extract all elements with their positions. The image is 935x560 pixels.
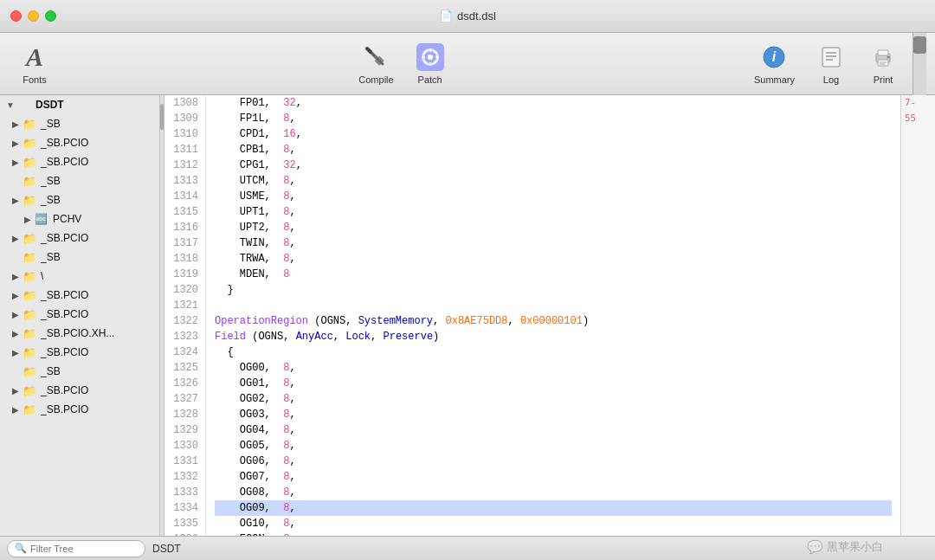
filter-tree-search[interactable]: 🔍 xyxy=(7,540,145,557)
log-icon xyxy=(817,43,845,71)
bottom-bar: 🔍 DSDT 💬 黑苹果小白 xyxy=(0,536,935,560)
title-bar: 📄 dsdt.dsl xyxy=(0,0,935,33)
maximize-button[interactable] xyxy=(45,10,56,22)
sidebar-item-sbpcio6[interactable]: ▶ 📁 _SB.PCIO xyxy=(0,343,159,362)
sidebar-label-pchv: PCHV xyxy=(53,213,81,225)
folder-icon-sbpcio1: 📁 xyxy=(23,137,38,150)
folder-icon-sbpcio2: 📁 xyxy=(23,156,38,169)
right-line-numbers: 7-5586 xyxy=(900,95,935,536)
svg-rect-5 xyxy=(429,48,431,52)
fonts-icon: A xyxy=(26,42,43,72)
sidebar-item-dsdt[interactable]: ▼ DSDT xyxy=(0,95,159,114)
expand-arrow-sbpcio6: ▶ xyxy=(9,348,23,357)
sidebar-label-sbpcio1: _SB.PCIO xyxy=(41,137,88,149)
sidebar-item-sbpcio7[interactable]: ▶ 📁 _SB.PCIO xyxy=(0,381,159,400)
bottom-dsdt-label: DSDT xyxy=(152,543,181,555)
sidebar-item-sb1[interactable]: ▶ 📁 _SB xyxy=(0,114,159,133)
sidebar-label-sbpcio6: _SB.PCIO xyxy=(41,346,88,358)
expand-arrow-slash: ▶ xyxy=(9,272,23,281)
svg-rect-15 xyxy=(822,48,840,67)
expand-arrow-sbpcio2: ▶ xyxy=(9,158,23,167)
folder-icon-sbpcio6: 📁 xyxy=(23,346,38,359)
sidebar-item-sb5[interactable]: 📁 _SB xyxy=(0,362,159,381)
summary-label: Summary xyxy=(754,74,795,85)
line-numbers: 1308130913101311131213131314131513161317… xyxy=(164,95,206,536)
sidebar-item-pchv[interactable]: ▶ 🔤 PCHV xyxy=(0,209,159,229)
sidebar-item-sbpcio3[interactable]: ▶ 📁 _SB.PCIO xyxy=(0,229,159,248)
expand-arrow-pchv: ▶ xyxy=(21,215,35,224)
expand-arrow-sbpcio5: ▶ xyxy=(9,310,23,319)
compile-label: Compile xyxy=(358,74,393,85)
summary-button[interactable]: i Summary xyxy=(744,38,805,90)
sidebar-item-slash[interactable]: ▶ 📁 \ xyxy=(0,267,159,286)
expand-arrow-sbpcio3: ▶ xyxy=(9,234,23,243)
print-label: Print xyxy=(874,74,893,85)
sidebar-label-sb5: _SB xyxy=(41,365,61,377)
folder-icon-sbpcio5: 📁 xyxy=(23,308,38,321)
filter-tree-input[interactable] xyxy=(30,544,134,554)
watermark-icon: 💬 xyxy=(807,539,823,555)
log-button[interactable]: Log xyxy=(805,38,857,90)
folder-icon-sb1: 📁 xyxy=(23,118,38,131)
sidebar-label-sbpcio3: _SB.PCIO xyxy=(41,232,88,244)
expand-arrow-sbpcio7: ▶ xyxy=(9,386,23,396)
sidebar-item-sbpcio5[interactable]: ▶ 📁 _SB.PCIO xyxy=(0,305,159,324)
sidebar-label-sb4: _SB xyxy=(41,251,61,263)
close-button[interactable] xyxy=(10,10,22,22)
sidebar-label-sb1: _SB xyxy=(41,118,61,130)
folder-icon-sb4: 📁 xyxy=(23,251,38,264)
toolbar-scrollbar xyxy=(912,33,926,95)
editor-content: 1308130913101311131213131314131513161317… xyxy=(164,95,935,536)
sidebar-item-sbpcio2[interactable]: ▶ 📁 _SB.PCIO xyxy=(0,152,159,171)
search-icon: 🔍 xyxy=(15,543,27,554)
sidebar-label-sb3: _SB xyxy=(41,194,61,206)
expand-arrow-sbpcio1: ▶ xyxy=(9,138,23,148)
svg-rect-20 xyxy=(878,50,888,55)
sidebar-label-sbpcioxh: _SB.PCIO.XH... xyxy=(41,327,114,339)
title-icon: 📄 xyxy=(439,10,453,23)
svg-rect-8 xyxy=(435,56,439,58)
sidebar-label-sb2: _SB xyxy=(41,175,61,187)
folder-icon-sb2: 📁 xyxy=(23,175,38,188)
folder-icon-sb5: 📁 xyxy=(23,365,38,378)
print-button[interactable]: Print xyxy=(857,38,909,90)
sidebar-label-sbpcio2: _SB.PCIO xyxy=(41,156,88,168)
watermark-text: 黑苹果小白 xyxy=(827,539,883,555)
folder-icon-slash: 📁 xyxy=(23,270,38,283)
sidebar-item-sbpcio1[interactable]: ▶ 📁 _SB.PCIO xyxy=(0,133,159,152)
expand-arrow-dsdt: ▼ xyxy=(3,100,17,110)
traffic-lights xyxy=(10,10,56,22)
folder-icon-sbpcio3: 📁 xyxy=(23,232,38,245)
sidebar-label-sbpcio7: _SB.PCIO xyxy=(41,384,88,396)
sidebar-label-sbpcio8: _SB.PCIO xyxy=(41,403,88,415)
font-icon-pchv: 🔤 xyxy=(35,213,50,225)
sidebar-item-sbpcio4[interactable]: ▶ 📁 _SB.PCIO xyxy=(0,286,159,305)
svg-line-3 xyxy=(367,48,371,52)
sidebar-item-sbpcioxh[interactable]: ▶ 📁 _SB.PCIO.XH... xyxy=(0,324,159,343)
expand-arrow-sb3: ▶ xyxy=(9,196,23,205)
toolbar: A Fonts Compile xyxy=(0,33,935,95)
fonts-icon-area: A xyxy=(21,43,48,71)
patch-icon-area xyxy=(416,43,444,71)
compile-button[interactable]: Compile xyxy=(348,38,403,90)
sidebar-item-sb3[interactable]: ▶ 📁 _SB xyxy=(0,190,159,209)
watermark: 💬 黑苹果小白 xyxy=(807,539,883,555)
patch-label: Patch xyxy=(418,74,442,85)
patch-button[interactable]: Patch xyxy=(404,38,456,90)
expand-arrow-sbpcio8: ▶ xyxy=(9,405,23,415)
expand-arrow-sbpcioxh: ▶ xyxy=(9,329,23,338)
log-label: Log xyxy=(823,74,839,85)
sidebar: ▼ DSDT ▶ 📁 _SB ▶ 📁 _SB.PCIO ▶ 📁 _SB.PCIO… xyxy=(0,95,160,536)
sidebar-item-sbpcio8[interactable]: ▶ 📁 _SB.PCIO xyxy=(0,400,159,419)
svg-point-22 xyxy=(887,55,890,58)
main-content: ▼ DSDT ▶ 📁 _SB ▶ 📁 _SB.PCIO ▶ 📁 _SB.PCIO… xyxy=(0,95,935,536)
editor-area: 1308130913101311131213131314131513161317… xyxy=(164,95,935,536)
fonts-button[interactable]: A Fonts xyxy=(9,38,61,90)
sidebar-item-sb4[interactable]: 📁 _SB xyxy=(0,248,159,267)
folder-icon-sbpcio7: 📁 xyxy=(23,384,38,397)
patch-icon xyxy=(416,43,444,71)
fonts-label: Fonts xyxy=(23,74,47,85)
sidebar-item-sb2[interactable]: 📁 _SB xyxy=(0,171,159,190)
code-area[interactable]: FP01, 32, FP1L, 8, CPD1, 16, CPB1, 8, CP… xyxy=(206,95,900,536)
minimize-button[interactable] xyxy=(28,10,39,22)
